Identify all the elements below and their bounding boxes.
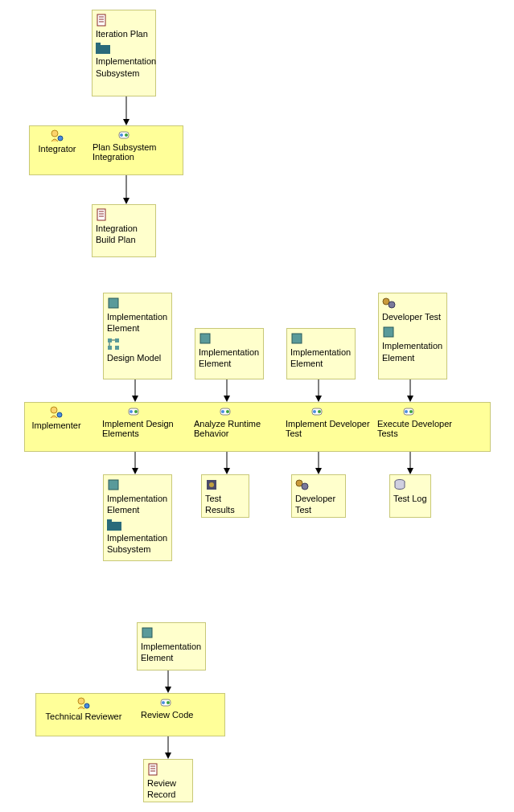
gears-icon [382, 297, 397, 310]
role-cell: Implementer [28, 403, 84, 433]
flow-arrow [406, 379, 414, 402]
svg-point-42 [130, 410, 133, 413]
activity-cell[interactable]: Plan Subsystem Integration [93, 126, 181, 165]
svg-point-12 [125, 133, 128, 137]
artifact-label: Test Log [393, 493, 427, 504]
flow-arrow [406, 452, 414, 474]
component-icon [107, 297, 120, 310]
activity-row: Technical Reviewer Review Code [35, 693, 225, 736]
svg-point-73 [84, 703, 89, 708]
svg-point-39 [51, 407, 57, 413]
artifact-node: Implementation Element [137, 622, 206, 671]
artifact-label: Design Model [107, 352, 168, 363]
artifact-node: Test Log [389, 474, 431, 518]
activity-row: Implementer Implement Design Elements An… [24, 402, 491, 452]
svg-point-40 [57, 412, 62, 417]
activity-label: Execute Developer Tests [377, 419, 474, 438]
artifact-label: Iteration Plan [96, 28, 152, 39]
role-label: Integrator [33, 144, 81, 154]
artifact-label: Developer Test [295, 493, 342, 516]
svg-point-8 [51, 130, 58, 137]
flow-arrow [164, 671, 172, 693]
artifact-label: Implementation Element [199, 347, 260, 370]
svg-rect-62 [107, 522, 121, 531]
flow-arrow [315, 379, 323, 402]
svg-point-75 [162, 701, 165, 704]
artifact-node: Developer Test Implementation Element [378, 293, 447, 379]
activity-cell[interactable]: Analyze Runtime Behavior [194, 403, 278, 441]
svg-rect-19 [109, 298, 118, 308]
activity-label: Implement Developer Test [286, 419, 374, 438]
artifact-node: Implementation Element Implementation Su… [103, 474, 172, 561]
svg-rect-21 [115, 338, 119, 342]
results-icon [205, 478, 218, 491]
artifact-node: Implementation Element Design Model [103, 293, 172, 379]
svg-marker-60 [407, 468, 413, 474]
role-icon [49, 406, 64, 419]
svg-rect-69 [142, 628, 152, 638]
svg-rect-79 [149, 764, 157, 775]
role-label: Technical Reviewer [39, 712, 128, 721]
gears-icon [295, 478, 310, 491]
svg-point-11 [120, 133, 123, 137]
model-icon [107, 338, 120, 351]
svg-rect-23 [115, 346, 119, 350]
svg-rect-30 [384, 327, 393, 337]
svg-marker-56 [224, 468, 230, 474]
activity-cell[interactable]: Implement Design Elements [102, 403, 186, 441]
svg-marker-36 [315, 396, 322, 402]
package-icon [96, 43, 110, 54]
document-icon [147, 763, 160, 776]
artifact-label: Implementation Element [107, 311, 168, 334]
artifact-label: Developer Test [382, 311, 443, 322]
svg-rect-0 [97, 14, 105, 26]
role-icon [50, 129, 64, 142]
role-label: Implementer [28, 420, 84, 430]
svg-marker-7 [123, 119, 130, 125]
artifact-label: Review Record [147, 777, 189, 801]
svg-rect-63 [107, 519, 112, 523]
activity-icon [401, 406, 416, 417]
svg-marker-14 [123, 198, 130, 204]
svg-point-9 [58, 136, 63, 141]
svg-rect-4 [96, 45, 110, 54]
activity-label: Plan Subsystem Integration [93, 142, 181, 162]
artifact-node: Test Results [201, 474, 249, 518]
svg-rect-20 [108, 338, 112, 342]
artifact-node: Integration Build Plan [92, 204, 156, 257]
component-icon [290, 332, 303, 345]
svg-point-67 [302, 483, 308, 490]
svg-marker-32 [132, 396, 138, 402]
flow-arrow [122, 175, 130, 204]
artifact-node: Iteration Plan Implementation Subsystem [92, 10, 156, 96]
role-cell: Technical Reviewer [39, 694, 128, 724]
activity-label: Implement Design Elements [102, 419, 186, 438]
svg-marker-38 [407, 396, 413, 402]
artifact-label: Implementation Element [290, 347, 352, 370]
svg-rect-26 [200, 334, 210, 343]
svg-marker-34 [224, 396, 230, 402]
artifact-label: Implementation Subsystem [96, 55, 152, 79]
activity-label: Analyze Runtime Behavior [194, 419, 278, 438]
flow-arrow [122, 96, 130, 125]
artifact-node: Implementation Element [195, 328, 264, 379]
svg-point-45 [221, 410, 224, 413]
svg-point-65 [209, 482, 214, 487]
activity-cell[interactable]: Review Code [141, 694, 221, 723]
svg-rect-27 [292, 334, 302, 343]
svg-rect-61 [109, 480, 118, 490]
svg-point-49 [318, 410, 321, 413]
artifact-node: Implementation Element [286, 328, 356, 379]
activity-cell[interactable]: Execute Developer Tests [377, 403, 474, 441]
activity-icon [117, 129, 131, 141]
svg-point-76 [167, 701, 170, 704]
svg-marker-71 [165, 687, 171, 693]
svg-point-46 [226, 410, 229, 413]
database-icon [393, 478, 406, 491]
artifact-label: Implementation Subsystem [107, 532, 168, 556]
activity-cell[interactable]: Implement Developer Test [286, 403, 374, 441]
component-icon [141, 626, 154, 639]
svg-point-29 [389, 301, 395, 308]
svg-point-48 [313, 410, 316, 413]
svg-rect-15 [97, 209, 105, 220]
